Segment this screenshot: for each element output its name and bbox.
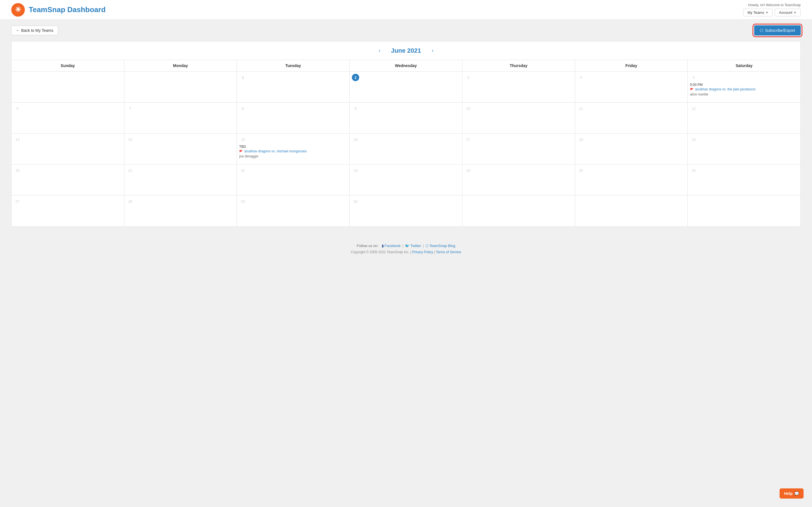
date-22: 22 <box>239 167 246 174</box>
privacy-label: Privacy Policy <box>412 250 434 254</box>
calendar-cell-24: 24 <box>462 165 575 195</box>
logo-symbol: ✳ <box>15 5 21 14</box>
footer-follow-row: Follow us on: ▮ Facebook | 🐦 Twitter | ⬡… <box>0 244 812 248</box>
date-28: 28 <box>126 198 134 205</box>
help-button[interactable]: Help 💬 <box>779 489 804 499</box>
calendar-cell-w1-mon <box>124 71 237 103</box>
howdy-text: Howdy, mr! Welcome to TeamSnap <box>748 3 801 7</box>
date-13: 13 <box>14 136 21 143</box>
date-19: 19 <box>690 136 697 143</box>
calendar-cell-w5-sat <box>688 195 801 226</box>
date-21: 21 <box>126 167 134 174</box>
blog-link[interactable]: ⬡ TeamSnap Blog <box>425 244 455 248</box>
calendar-cell-9: 9 <box>350 103 462 133</box>
calendar-cell-16: 16 <box>350 133 462 165</box>
event-15-title: anubhav dragons vs. michael mongooses <box>244 149 306 154</box>
date-4: 4 <box>577 74 585 81</box>
day-saturday: Saturday <box>688 60 801 71</box>
back-to-my-teams-button[interactable]: ← Back to My Teams <box>11 25 58 35</box>
twitter-link[interactable]: 🐦 Twitter <box>405 244 421 248</box>
date-18: 18 <box>577 136 585 143</box>
day-friday: Friday <box>575 60 688 71</box>
event-5-flag-icon: 🚩 <box>690 88 694 92</box>
date-5: 5 <box>690 74 697 81</box>
twitter-icon: 🐦 <box>405 244 409 248</box>
date-12: 12 <box>690 105 697 112</box>
follow-label: Follow us on: <box>357 244 378 248</box>
calendar-grid: 1 2 3 4 5 5:00 PM 🚩 anubhav dragons vs. … <box>11 71 801 226</box>
blog-icon: ⬡ <box>425 244 428 248</box>
calendar-cell-29: 29 <box>237 195 350 226</box>
subscribe-export-button[interactable]: ⬡ Subscribe/Export <box>754 25 801 36</box>
header-right-area: Howdy, mr! Welcome to TeamSnap My Teams … <box>743 3 801 16</box>
next-month-button[interactable]: › <box>429 47 436 55</box>
date-25: 25 <box>577 167 585 174</box>
back-label: ← Back to My Teams <box>16 28 53 33</box>
date-26: 26 <box>690 167 697 174</box>
calendar-cell-18: 18 <box>575 133 688 165</box>
day-tuesday: Tuesday <box>237 60 350 71</box>
calendar-cell-w1-sun <box>11 71 124 103</box>
terms-of-service-link[interactable]: Terms of Service <box>436 250 461 254</box>
event-5-time: 5:00 PM <box>690 83 798 87</box>
my-teams-chevron-icon: ▼ <box>765 11 768 14</box>
event-15-link[interactable]: 🚩 anubhav dragons vs. michael mongooses <box>239 149 347 154</box>
toolbar: ← Back to My Teams ⬡ Subscribe/Export <box>0 20 812 41</box>
date-15: 15 <box>239 136 246 143</box>
date-8: 8 <box>239 105 246 112</box>
event-5-venue: alice marble <box>690 93 798 96</box>
date-3: 3 <box>465 74 472 81</box>
copyright-text: Copyright © 2005-2021 TeamSnap Inc. <box>351 250 409 254</box>
calendar-cell-21: 21 <box>124 165 237 195</box>
blog-label: TeamSnap Blog <box>429 244 455 248</box>
terms-label: Terms of Service <box>436 250 461 254</box>
date-24: 24 <box>465 167 472 174</box>
my-teams-label: My Teams <box>748 10 764 15</box>
day-wednesday: Wednesday <box>350 60 462 71</box>
date-27: 27 <box>14 198 21 205</box>
date-11: 11 <box>577 105 585 112</box>
privacy-policy-link[interactable]: Privacy Policy <box>412 250 434 254</box>
my-teams-button[interactable]: My Teams ▼ <box>743 9 772 16</box>
event-15-tbd: TBD <box>239 145 347 149</box>
date-1: 1 <box>239 74 246 81</box>
date-17: 17 <box>465 136 472 143</box>
account-label: Account <box>779 10 792 15</box>
calendar-cell-20: 20 <box>11 165 124 195</box>
date-16: 16 <box>352 136 359 143</box>
calendar-cell-23: 23 <box>350 165 462 195</box>
facebook-link[interactable]: ▮ Facebook <box>382 244 401 248</box>
calendar-wrapper: ‹ June 2021 › Sunday Monday Tuesday Wedn… <box>0 41 812 235</box>
calendar-cell-15: 15 TBD 🚩 anubhav dragons vs. michael mon… <box>237 133 350 165</box>
calendar-cell-3: 3 <box>462 71 575 103</box>
account-button[interactable]: Account ▼ <box>775 9 801 16</box>
calendar-cell-4: 4 <box>575 71 688 103</box>
footer: Follow us on: ▮ Facebook | 🐦 Twitter | ⬡… <box>0 235 812 260</box>
calendar-cell-6: 6 <box>11 103 124 133</box>
calendar-cell-2: 2 <box>350 71 462 103</box>
date-7: 7 <box>126 105 134 112</box>
calendar-cell-10: 10 <box>462 103 575 133</box>
event-5-link[interactable]: 🚩 anubhav dragons vs. the jake jacobsons <box>690 87 798 92</box>
calendar-cell-5: 5 5:00 PM 🚩 anubhav dragons vs. the jake… <box>688 71 801 103</box>
calendar-cell-w5-thu <box>462 195 575 226</box>
calendar-cell-7: 7 <box>124 103 237 133</box>
calendar: ‹ June 2021 › Sunday Monday Tuesday Wedn… <box>11 41 801 227</box>
calendar-cell-27: 27 <box>11 195 124 226</box>
calendar-cell-22: 22 <box>237 165 350 195</box>
calendar-cell-28: 28 <box>124 195 237 226</box>
main-header: ✳ TeamSnap Dashboard Howdy, mr! Welcome … <box>0 0 812 20</box>
prev-month-button[interactable]: ‹ <box>376 47 383 55</box>
date-29: 29 <box>239 198 246 205</box>
calendar-cell-1: 1 <box>237 71 350 103</box>
date-20: 20 <box>14 167 21 174</box>
calendar-month-year: June 2021 <box>391 47 421 54</box>
twitter-label: Twitter <box>410 244 421 248</box>
date-23: 23 <box>352 167 359 174</box>
footer-sep-2: | <box>402 244 403 248</box>
footer-legal: Copyright © 2005-2021 TeamSnap Inc. | Pr… <box>0 250 812 254</box>
date-10: 10 <box>465 105 472 112</box>
date-14: 14 <box>126 136 134 143</box>
calendar-cell-19: 19 <box>688 133 801 165</box>
event-15-venue: joe dimaggio <box>239 154 347 158</box>
